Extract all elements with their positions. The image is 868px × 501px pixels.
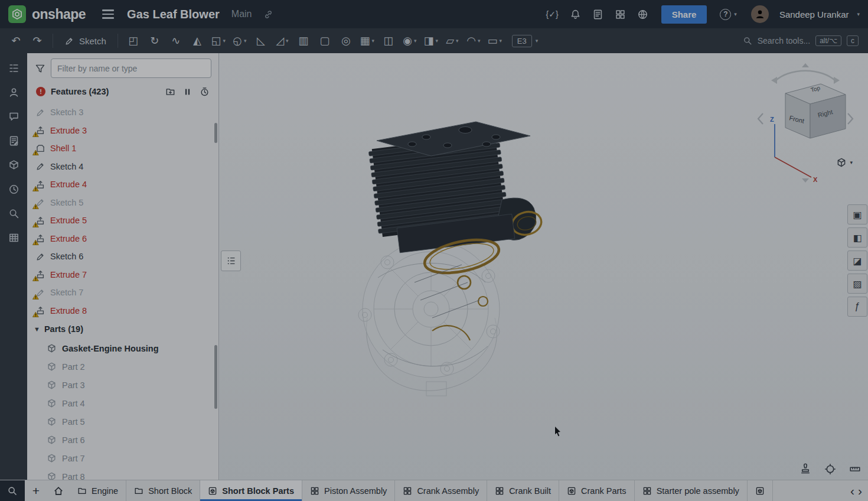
dropdown-caret-icon[interactable]: ▾ [456, 38, 459, 44]
follow-mode-icon[interactable] [4, 83, 24, 101]
help-menu[interactable]: ? ▾ [720, 9, 737, 20]
tab-search-button[interactable] [0, 480, 25, 501]
tab-partial[interactable] [748, 480, 773, 501]
add-tab-button[interactable]: + [25, 480, 47, 501]
rollback-timer-icon[interactable] [200, 87, 210, 97]
feature-item[interactable]: Sketch 7 [27, 284, 218, 302]
part-item[interactable]: Part 6 [27, 431, 218, 449]
app-store-icon[interactable] [615, 9, 626, 20]
dropdown-caret-icon[interactable]: ▾ [244, 38, 247, 44]
dropdown-caret-icon[interactable]: ▾ [478, 38, 481, 44]
exploded-view-icon[interactable]: ▨ [847, 274, 867, 294]
part-item[interactable]: Part 3 [27, 376, 218, 394]
release-notes-icon[interactable] [592, 9, 603, 20]
orientation-icon[interactable] [824, 463, 836, 475]
feature-item[interactable]: Extrude 7 [27, 266, 218, 284]
feature-item[interactable]: Sketch 5 [27, 194, 218, 212]
dropdown-caret-icon[interactable]: ▾ [286, 38, 289, 44]
view-cube[interactable]: Top Front Right Z X [753, 63, 857, 187]
features-scrollbar[interactable] [214, 123, 217, 143]
error-rollup-icon[interactable]: ! [36, 87, 45, 96]
feature-item[interactable]: Sketch 4 [27, 158, 218, 176]
feature-item[interactable]: Extrude 6 [27, 230, 218, 248]
dropdown-caret-icon[interactable]: ▾ [436, 38, 439, 44]
sketch-button[interactable]: Sketch [58, 31, 112, 50]
learning-center-icon[interactable] [637, 9, 648, 20]
workspace-name[interactable]: Main [231, 9, 252, 19]
engine-model[interactable] [344, 105, 568, 401]
extrude-button[interactable]: ◰ [123, 31, 143, 50]
visual-style-icon[interactable]: ▣ [847, 204, 867, 225]
tab-crank-parts[interactable]: Crank Parts [559, 480, 635, 501]
share-button[interactable]: Share [661, 5, 707, 24]
filter-funnel-icon[interactable] [35, 63, 45, 74]
tab-starter-pole-assembly[interactable]: Starter pole assembly [635, 480, 748, 501]
feature-list-flyout-toggle[interactable] [221, 250, 241, 271]
plane-button[interactable]: ▱▾ [442, 31, 462, 50]
comments-panel-icon[interactable] [4, 108, 24, 125]
history-panel-icon[interactable] [4, 180, 24, 198]
scroll-tabs-left-icon[interactable]: ‹ [850, 484, 854, 498]
part-item[interactable]: Part 4 [27, 394, 218, 412]
undo-button[interactable]: ↶ [6, 31, 26, 50]
hole-button[interactable]: ◎ [336, 31, 356, 50]
mirror-button[interactable]: ◫ [378, 31, 399, 50]
rib-button[interactable]: ▥ [293, 31, 314, 50]
onshape-logo-icon[interactable] [8, 5, 26, 23]
sheet-metal-button[interactable]: ▭▾ [485, 31, 505, 50]
home-tab-button[interactable] [47, 480, 70, 501]
view-mode-dropdown[interactable]: ▾ [836, 157, 853, 168]
curve-button[interactable]: ◠▾ [464, 31, 484, 50]
shell-button[interactable]: ▢ [315, 31, 335, 50]
display-states-icon[interactable]: ◧ [847, 227, 867, 248]
insert-folder-icon[interactable] [165, 87, 175, 97]
search-tools[interactable]: Search tools... alt/⌥ c [743, 35, 862, 46]
tab-engine[interactable]: Engine [70, 480, 126, 501]
loft-button[interactable]: ◭ [187, 31, 207, 50]
parts-header[interactable]: ▼ Parts (19) [27, 319, 218, 339]
tables-panel-icon[interactable] [4, 229, 24, 246]
notes-panel-icon[interactable] [4, 132, 24, 149]
tab-short-block-parts[interactable]: Short Block Parts [200, 480, 302, 501]
boolean-button[interactable]: ◉▾ [400, 31, 420, 50]
tab-crank-assembly[interactable]: Crank Assembly [395, 480, 487, 501]
dropdown-caret-icon[interactable]: ▾ [500, 38, 502, 44]
pause-rebuild-icon[interactable] [182, 87, 192, 97]
feature-item[interactable]: Extrude 5 [27, 212, 218, 230]
part-item[interactable]: Part 2 [27, 357, 218, 376]
main-menu-icon[interactable] [97, 6, 119, 22]
configurations-icon[interactable]: ƒ [847, 297, 867, 317]
user-menu-chevron-icon[interactable]: ▾ [857, 11, 860, 17]
part-item[interactable]: Part 7 [27, 449, 218, 467]
scale-ruler-icon[interactable] [849, 463, 861, 475]
fillet-button[interactable]: ◵▾ [230, 31, 250, 50]
part-item[interactable]: Part 5 [27, 412, 218, 431]
search-document-icon[interactable] [4, 204, 24, 222]
feature-item[interactable]: Extrude 8 [27, 302, 218, 320]
help-icon[interactable]: ? [720, 9, 731, 20]
linear-pattern-button[interactable]: ▦▾ [357, 31, 377, 50]
redo-button[interactable]: ↷ [27, 31, 47, 50]
section-view-icon[interactable]: ◪ [847, 250, 867, 271]
tab-crank-built[interactable]: Crank Built [487, 480, 559, 501]
dropdown-caret-icon[interactable]: ▾ [372, 38, 375, 44]
tab-short-block[interactable]: Short Block [126, 480, 200, 501]
dropdown-caret-icon[interactable]: ▾ [223, 38, 226, 44]
dropdown-caret-icon[interactable]: ▾ [414, 38, 417, 44]
parts-scrollbar[interactable] [214, 345, 217, 409]
chamfer-button[interactable]: ◺ [251, 31, 271, 50]
parts-help-icon[interactable] [4, 156, 24, 174]
part-item[interactable]: Gasket-Engine Housing [27, 339, 218, 357]
view-shortcut-dropdown[interactable]: E3 ▾ [512, 35, 538, 47]
stamp-icon[interactable] [800, 463, 811, 475]
feature-item[interactable]: Shell 1 [27, 139, 218, 158]
tab-piston-assembly[interactable]: Piston Assembly [302, 480, 395, 501]
share-link-icon[interactable] [263, 9, 273, 19]
feature-item[interactable]: Sketch 6 [27, 248, 218, 266]
split-button[interactable]: ◨▾ [421, 31, 441, 50]
notifications-bell-icon[interactable] [570, 9, 581, 20]
feature-script-icon[interactable]: {✓} [546, 9, 559, 19]
feature-list-panel-icon[interactable] [4, 59, 24, 77]
sweep-button[interactable]: ∿ [166, 31, 186, 50]
feature-item[interactable]: Extrude 3 [27, 122, 218, 140]
